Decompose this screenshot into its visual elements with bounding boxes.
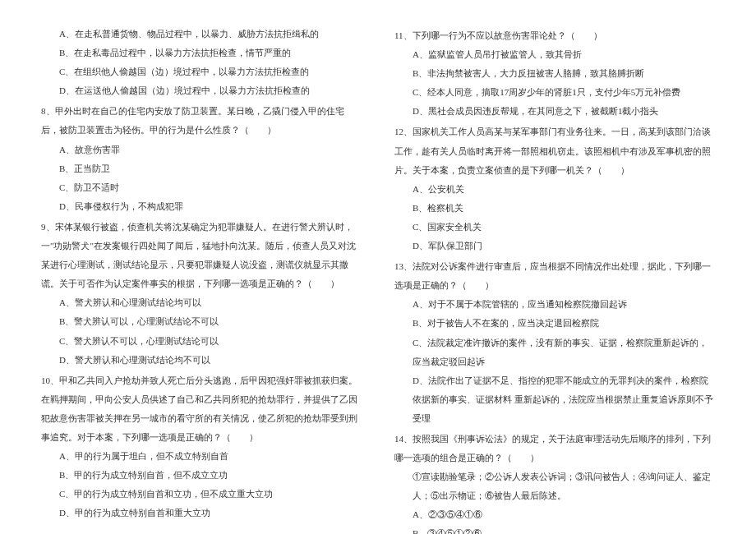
q8-stem: 8、甲外出时在自己的住宅内安放了防卫装置。某日晚，乙撬门侵入甲的住宅后，被防卫装… [41,102,362,140]
q13-option-d: D、法院作出了证据不足、指控的犯罪不能成立的无罪判决的案件，检察院依据新的事实、… [394,371,715,428]
q8-option-a: A、故意伤害罪 [41,140,362,159]
q8-option-b: B、正当防卫 [41,159,362,178]
q11-stem: 11、下列哪一行为不应以故意伤害罪论处？（ ） [394,26,715,45]
q8-option-c: C、防卫不适时 [41,178,362,197]
page-body: A、在走私普通货物、物品过程中，以暴力、威胁方法抗拒缉私的 B、在走私毒品过程中… [0,0,756,534]
q9-option-c: C、警犬辨认不可以，心理测试结论可以 [41,332,362,351]
q14-stem: 14、按照我国《刑事诉讼法》的规定，关于法庭审理活动先后顺序的排列，下列哪一选项… [394,430,715,467]
q10-option-c: C、甲的行为成立特别自首和立功，但不成立重大立功 [41,485,362,504]
q9-option-a: A、警犬辨认和心理测试结论均可以 [41,293,362,312]
q12-option-d: D、军队保卫部门 [394,237,715,255]
q13-option-c: C、法院裁定准许撤诉的案件，没有新的事实、证据，检察院重新起诉的，应当裁定驳回起… [394,334,715,371]
q11-option-b: B、非法拘禁被害人，大力反扭被害人胳膊，致其胳膊折断 [394,64,715,83]
q11-option-a: A、监狱监管人员吊打被监管人，致其骨折 [394,45,715,64]
right-column: 11、下列哪一行为不应以故意伤害罪论处？（ ） A、监狱监管人员吊打被监管人，致… [394,25,715,534]
q7-option-d: D、在运送他人偷越国（边）境过程中，以暴力方法抗拒检查的 [41,81,362,100]
q7-option-a: A、在走私普通货物、物品过程中，以暴力、威胁方法抗拒缉私的 [41,25,362,44]
q13-option-a: A、对于不属于本院管辖的，应当通知检察院撤回起诉 [394,295,715,314]
q12-stem: 12、国家机关工作人员高某与某军事部门有业务往来。一日，高某到该部门洽谈工作，趁… [394,122,715,179]
q14-list: ①宣读勘验笔录；②公诉人发表公诉词；③讯问被告人；④询问证人、鉴定人；⑤出示物证… [394,467,715,505]
q9-option-b: B、警犬辨认可以，心理测试结论不可以 [41,312,362,331]
q9-stem: 9、宋体某银行被盗，侦查机关将沈某确定为犯罪嫌疑人。在进行警犬辨认时，一"功勋警… [41,218,362,293]
q14-option-b: B、③④⑤①②⑥ [394,524,715,534]
q14-option-a: A、②③⑤④①⑥ [394,505,715,524]
q12-option-a: A、公安机关 [394,180,715,199]
q12-option-c: C、国家安全机关 [394,218,715,237]
q10-option-b: B、甲的行为成立特别自首，但不成立立功 [41,466,362,485]
q7-option-b: B、在走私毒品过程中，以暴力方法抗拒检查，情节严重的 [41,44,362,62]
q11-option-c: C、经本人同意，摘取17周岁少年的肾脏1只，支付少年5万元补偿费 [394,83,715,102]
left-column: A、在走私普通货物、物品过程中，以暴力、威胁方法抗拒缉私的 B、在走私毒品过程中… [41,25,362,534]
q10-option-a: A、甲的行为属于坦白，但不成立特别自首 [41,447,362,466]
q12-option-b: B、检察机关 [394,199,715,218]
q11-option-d: D、黑社会成员因违反帮规，在其同意之下，被截断1截小指头 [394,102,715,121]
q10-stem: 10、甲和乙共同入户抢劫并致人死亡后分头逃跑，后甲因犯强奸罪被抓获归案。在羁押期… [41,371,362,447]
q9-option-d: D、警犬辨认和心理测试结论均不可以 [41,351,362,370]
q13-option-b: B、对于被告人不在案的，应当决定退回检察院 [394,314,715,333]
q10-option-d: D、甲的行为成立特别自首和重大立功 [41,504,362,522]
q7-option-c: C、在组织他人偷越国（边）境过程中，以暴力方法抗拒检查的 [41,62,362,81]
q8-option-d: D、民事侵权行为，不构成犯罪 [41,197,362,216]
q13-stem: 13、法院对公诉案件进行审查后，应当根据不同情况作出处理，据此，下列哪一选项是正… [394,257,715,295]
